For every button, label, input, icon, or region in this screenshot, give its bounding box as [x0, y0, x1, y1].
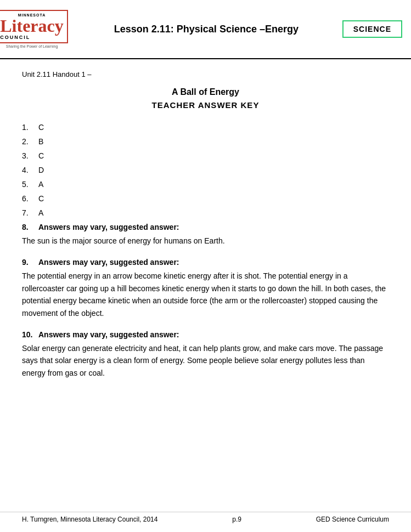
science-badge: SCIENCE: [342, 20, 402, 38]
answer-value: A: [38, 208, 43, 217]
answer-value: B: [38, 137, 43, 146]
extended-answer-block: 9.Answers may vary, suggested answer:The…: [22, 258, 389, 319]
page-footer: H. Turngren, Minnesota Literacy Council,…: [0, 512, 411, 523]
extended-answers-section: 8.Answers may vary, suggested answer:The…: [22, 223, 389, 379]
extended-answer-body: Solar energy can generate electricity an…: [22, 342, 389, 379]
extended-answer-body: The sun is the major source of energy fo…: [22, 235, 389, 247]
answer-vary-label: Answers may vary, suggested answer:: [38, 330, 179, 339]
page-header: MINNESOTA Literacy COUNCIL Sharing the P…: [0, 0, 411, 59]
page-wrapper: MINNESOTA Literacy COUNCIL Sharing the P…: [0, 0, 411, 532]
extended-answer-header: 8.Answers may vary, suggested answer:: [22, 223, 389, 231]
answer-row: 3.C: [22, 151, 389, 160]
main-content: Unit 2.11 Handout 1 – A Ball of Energy T…: [0, 59, 411, 401]
answer-number: 2.: [22, 137, 38, 146]
answer-number: 7.: [22, 208, 38, 217]
footer-left: H. Turngren, Minnesota Literacy Council,…: [22, 516, 157, 523]
answer-number: 3.: [22, 151, 38, 160]
document-subtitle: TEACHER ANSWER KEY: [22, 100, 389, 110]
answer-vary-label: Answers may vary, suggested answer:: [38, 223, 179, 231]
answer-vary-label: Answers may vary, suggested answer:: [38, 258, 179, 267]
footer-right: GED Science Curriculum: [316, 516, 389, 523]
document-title: A Ball of Energy: [22, 87, 389, 97]
footer-center: p.9: [232, 516, 241, 523]
answer-row: 5.A: [22, 180, 389, 189]
header-title: Lesson 2.11: Physical Science –Energy: [59, 24, 342, 35]
answer-value: C: [38, 151, 44, 160]
logo-box: MINNESOTA Literacy COUNCIL Sharing the P…: [4, 4, 59, 54]
extended-answer-header: 9.Answers may vary, suggested answer:: [22, 258, 389, 267]
answer-value: A: [38, 180, 43, 189]
answer-row: 7.A: [22, 208, 389, 217]
logo-area: MINNESOTA Literacy COUNCIL Sharing the P…: [4, 4, 59, 54]
answer-row: 4.D: [22, 166, 389, 174]
answer-number: 6.: [22, 194, 38, 203]
extended-answer-body: The potential energy in an arrow become …: [22, 270, 389, 319]
simple-answers-section: 1.C2.B3.C4.D5.A6.C7.A: [22, 123, 389, 217]
answer-row: 6.C: [22, 194, 389, 203]
extended-answer-number: 8.: [22, 223, 38, 231]
extended-answer-block: 8.Answers may vary, suggested answer:The…: [22, 223, 389, 247]
extended-answer-number: 10.: [22, 330, 38, 339]
extended-answer-header: 10.Answers may vary, suggested answer:: [22, 330, 389, 339]
answer-row: 1.C: [22, 123, 389, 132]
answer-value: C: [38, 194, 44, 203]
answer-number: 5.: [22, 180, 38, 189]
logo-literacy-text: Literacy: [0, 17, 64, 35]
extended-answer-block: 10.Answers may vary, suggested answer:So…: [22, 330, 389, 379]
answer-number: 4.: [22, 166, 38, 174]
unit-label: Unit 2.11 Handout 1 –: [22, 70, 389, 78]
answer-value: D: [38, 166, 44, 174]
answer-value: C: [38, 123, 44, 132]
logo-tagline: Sharing the Power of Learning: [6, 44, 58, 48]
answer-row: 2.B: [22, 137, 389, 146]
answer-number: 1.: [22, 123, 38, 132]
logo-border: MINNESOTA Literacy COUNCIL: [0, 10, 68, 43]
extended-answer-number: 9.: [22, 258, 38, 267]
